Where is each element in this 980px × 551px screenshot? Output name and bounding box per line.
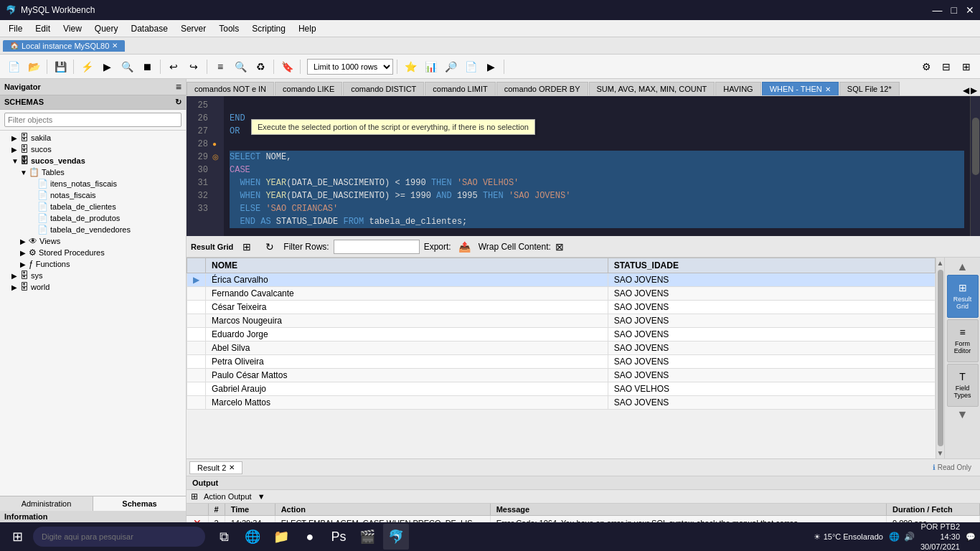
save-button[interactable]: 💾 [51,57,70,76]
layout-button[interactable]: ⊟ [937,57,956,76]
navigator-menu-icon[interactable]: ≡ [176,81,182,93]
table-row[interactable]: César Teixeira SAO JOVENS [187,301,936,314]
schemas-tab[interactable]: Schemas [93,496,186,511]
col-status[interactable]: STATUS_IDADE [608,258,935,273]
menu-file[interactable]: File [3,22,28,35]
table-row[interactable]: Petra Oliveira SAO JOVENS [187,355,936,369]
tab-sum[interactable]: SUM, AVG, MAX, MIN, COUNT [589,82,715,95]
wrap-icon[interactable]: ⊠ [555,241,564,253]
tree-item-sucos-vendas[interactable]: ▼ 🗄 sucos_vendas [0,155,186,166]
tab-limit[interactable]: comando LIMIT [425,82,495,95]
table-row[interactable]: Gabriel Araujo SAO VELHOS [187,382,936,396]
editor-scrollbar[interactable] [970,96,980,236]
table-row[interactable]: Eduardo Jorge SAO JOVENS [187,328,936,342]
undo-button[interactable]: ↩ [164,57,183,76]
export-button[interactable]: 📤 [456,237,474,256]
bookmark-button[interactable]: 🔖 [278,57,296,76]
vscroll-thumb[interactable] [938,270,943,446]
menu-server[interactable]: Server [175,22,212,35]
tree-item-stored-procedures[interactable]: ▶ ⚙ Stored Procedures [0,247,186,258]
tree-item-notas-fiscais[interactable]: ▶ 📄 notas_fiscais [0,189,186,201]
limit-select[interactable]: Limit to 1000 rows [307,59,393,75]
tree-item-views[interactable]: ▶ 👁 Views [0,235,186,247]
refresh-icon[interactable]: ↻ [175,98,182,107]
tree-item-itens-notas[interactable]: ▶ 📄 itens_notas_fiscais [0,178,186,189]
blender-button[interactable]: 🎬 [354,524,380,550]
result-tab-2-close[interactable]: ✕ [229,463,235,471]
tree-item-world[interactable]: ▶ 🗄 world [0,281,186,293]
tree-item-sakila[interactable]: ▶ 🗄 sakila [0,132,186,143]
explorer-button[interactable]: 📁 [268,524,294,550]
field-types-button[interactable]: T FieldTypes [947,364,979,407]
explain-button[interactable]: 🔍 [118,57,136,76]
task-view-button[interactable]: ⧉ [211,524,237,550]
tab-prev-icon[interactable]: ◀ [963,85,969,95]
tab-sql12[interactable]: SQL File 12* [839,82,900,95]
filter-input[interactable] [4,113,182,127]
photoshop-button[interactable]: Ps [326,524,352,550]
menu-query[interactable]: Query [89,22,124,35]
profile-button[interactable]: 📊 [421,57,440,76]
tab-having[interactable]: HAVING [715,82,760,95]
refresh-result-button[interactable]: ↻ [260,237,279,256]
table-row[interactable]: Fernando Cavalcante SAO JOVENS [187,287,936,301]
form-editor-button[interactable]: ≡ FormEditor [947,319,979,362]
menu-database[interactable]: Database [126,22,174,35]
chrome-button[interactable]: ● [297,524,323,550]
table-row[interactable]: Paulo César Mattos SAO JOVENS [187,369,936,382]
menu-tools[interactable]: Tools [213,22,245,35]
table-row[interactable]: Marcos Nougeuira SAO JOVENS [187,314,936,328]
result-vscroll[interactable]: ▲ ▼ [936,258,944,458]
edge-button[interactable]: 🌐 [240,524,265,550]
layout2-button[interactable]: ⊞ [957,57,976,76]
close-button[interactable]: ✕ [966,4,974,16]
tree-item-functions[interactable]: ▶ ƒ Functions [0,258,186,270]
network-icon[interactable]: 🌐 [889,532,900,542]
menu-edit[interactable]: Edit [29,22,56,35]
tree-item-tabela-vendedores[interactable]: ▶ 📄 tabela_de_vendedores [0,224,186,235]
tab-not-in[interactable]: comandos NOT e IN [187,82,274,95]
execute-button[interactable]: ⚡ [77,57,96,76]
table-row[interactable]: Marcelo Mattos SAO JOVENS [187,396,936,410]
grid-view-button[interactable]: ⊞ [237,237,256,256]
volume-icon[interactable]: 🔊 [904,532,915,542]
minimize-button[interactable]: — [933,4,943,16]
notification-icon[interactable]: 💬 [966,532,976,542]
next-page-button[interactable]: ▶ [481,57,500,76]
settings-button[interactable]: ⚙ [917,57,936,76]
menu-view[interactable]: View [57,22,88,35]
rs-scroll-up[interactable]: ▲ [957,260,969,273]
taskbar-search[interactable] [33,527,205,547]
format-button[interactable]: ≡ [211,57,230,76]
tree-item-tabela-produtos[interactable]: ▶ 📄 tabela_de_produtos [0,212,186,224]
tab-like[interactable]: comando LIKE [275,82,342,95]
tree-item-sucos[interactable]: ▶ 🗄 sucos [0,143,186,155]
search-button[interactable]: 🔍 [231,57,250,76]
execute-selection-button[interactable]: ▶ [98,57,116,76]
star-button[interactable]: ⭐ [401,57,420,76]
instance-tab-close[interactable]: ✕ [112,42,118,50]
tree-item-tables[interactable]: ▼ 📋 Tables [0,166,186,178]
action-output-dropdown[interactable]: ▼ [258,492,265,501]
administration-tab[interactable]: Administration [0,496,93,511]
replace-button[interactable]: ♻ [251,57,270,76]
tab-order[interactable]: comando ORDER BY [496,82,588,95]
rs-scroll-down[interactable]: ▼ [957,408,969,421]
col-nome[interactable]: NOME [206,258,608,273]
tree-item-tabela-clientes[interactable]: ▶ 📄 tabela_de_clientes [0,201,186,212]
start-button[interactable]: ⊞ [4,524,30,550]
tab-when-then-close[interactable]: ✕ [825,85,831,93]
pager-button[interactable]: 📄 [461,57,480,76]
filter-rows-input[interactable] [334,240,420,254]
new-file-button[interactable]: 📄 [4,57,23,76]
result-tab-2[interactable]: Result 2 ✕ [189,461,242,474]
menu-help[interactable]: Help [293,22,322,35]
result-grid-button[interactable]: ⊞ ResultGrid [947,275,979,318]
mysql-taskbar-button[interactable]: 🐬 [383,524,409,550]
filter-button[interactable]: 🔎 [441,57,460,76]
sql-content[interactable]: END OR SELECT NOME, CASE WHEN YEAR(DATA_… [224,96,970,236]
tab-when-then[interactable]: WHEN - THEN ✕ [762,82,839,95]
tree-item-sys[interactable]: ▶ 🗄 sys [0,270,186,281]
table-row[interactable]: ▶ Érica Carvalho SAO JOVENS [187,273,936,287]
redo-button[interactable]: ↪ [184,57,203,76]
